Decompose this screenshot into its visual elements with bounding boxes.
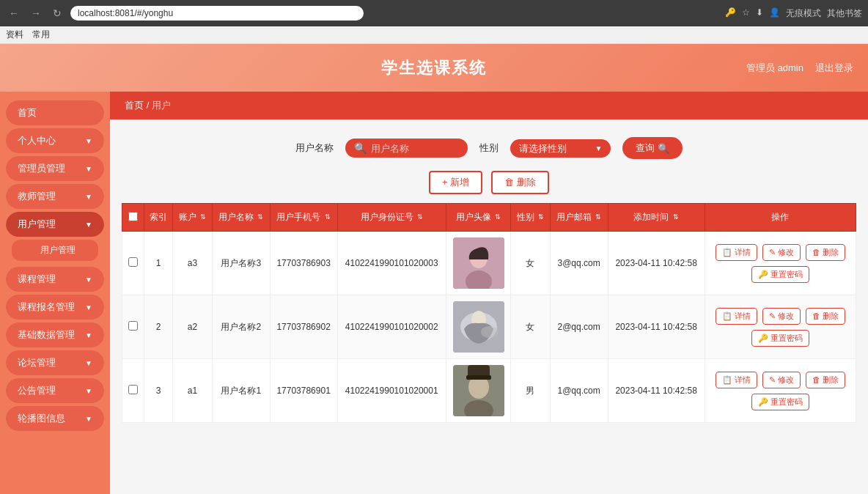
- header-right: 管理员 admin 退出登录: [746, 62, 853, 75]
- svg-point-6: [481, 326, 499, 338]
- row-email: 2@qq.com: [550, 295, 608, 359]
- row-checkbox-3[interactable]: [128, 385, 138, 394]
- delete-button-1[interactable]: 🗑 删除: [806, 244, 845, 261]
- dropdown-icon: ▼: [595, 144, 603, 152]
- refresh-icon[interactable]: ↻: [50, 6, 65, 21]
- sidebar-item-teacher-mgmt[interactable]: 教师管理 ▼: [6, 184, 104, 209]
- other-bookmarks-label[interactable]: 其他书签: [827, 7, 862, 20]
- edit-button-3[interactable]: ✎ 修改: [762, 372, 801, 388]
- header-phone: 用户手机号 ⇅: [270, 204, 337, 232]
- sidebar-item-user-mgmt[interactable]: 用户管理 ▼ 用户管理: [6, 212, 104, 264]
- address-bar[interactable]: localhost:8081/#/yonghu: [70, 6, 364, 21]
- row-checkbox-2[interactable]: [128, 321, 138, 331]
- detail-icon: 📋: [722, 375, 732, 384]
- row-checkbox: [122, 232, 144, 295]
- table-header-row: 索引 账户 ⇅ 用户名称 ⇅ 用户手机号 ⇅: [122, 204, 856, 232]
- detail-button-1[interactable]: 📋 详情: [716, 244, 757, 261]
- table-row: 3 a1 用户名称1 17703786901 41022419901010200…: [122, 359, 856, 423]
- sidebar-item-personal[interactable]: 个人中心 ▼: [6, 128, 104, 153]
- delete-button-2[interactable]: 🗑 删除: [806, 308, 845, 325]
- row-avatar: [446, 232, 510, 295]
- sidebar-item-carousel-mgmt[interactable]: 轮播图信息 ▼: [6, 406, 104, 431]
- row-avatar: [446, 359, 510, 423]
- forward-icon[interactable]: →: [28, 6, 44, 21]
- sort-icon[interactable]: ⇅: [325, 214, 331, 221]
- chevron-icon: ▼: [85, 359, 92, 367]
- sidebar-item-admin-mgmt[interactable]: 管理员管理 ▼: [6, 156, 104, 181]
- carousel-label: 轮播图信息: [18, 412, 65, 425]
- sort-icon[interactable]: ⇅: [595, 214, 601, 221]
- gender-select[interactable]: 请选择性别 男 女: [519, 143, 592, 154]
- sidebar-item-forum-mgmt[interactable]: 论坛管理 ▼: [6, 350, 104, 375]
- sidebar-item-notice-mgmt[interactable]: 公告管理 ▼: [6, 378, 104, 403]
- notice-label: 公告管理: [18, 384, 56, 397]
- add-button[interactable]: + 新增: [429, 171, 482, 194]
- sort-icon[interactable]: ⇅: [673, 214, 679, 221]
- incognito-label: 无痕模式: [786, 7, 821, 20]
- reset-pwd-button-3[interactable]: 🔑 重置密码: [751, 394, 809, 410]
- bookmark-icon[interactable]: ☆: [742, 7, 750, 20]
- detail-button-3[interactable]: 📋 详情: [716, 372, 757, 388]
- row-phone: 17703786903: [270, 232, 337, 295]
- row-ops: 📋 详情 ✎ 修改 🗑 删除: [705, 359, 856, 423]
- header-idcard: 用户身份证号 ⇅: [337, 204, 446, 232]
- delete-button-3[interactable]: 🗑 删除: [806, 372, 845, 388]
- row-username: 用户名称2: [212, 295, 270, 359]
- sidebar-item-course-reg-mgmt[interactable]: 课程报名管理 ▼: [6, 295, 104, 320]
- sidebar-item-course-mgmt[interactable]: 课程管理 ▼: [6, 267, 104, 292]
- row-idcard: 4102241990101020002: [337, 295, 446, 359]
- reset-pwd-button-1[interactable]: 🔑 重置密码: [751, 266, 809, 283]
- profile-icon[interactable]: 👤: [769, 7, 780, 20]
- security-icon: 🔑: [725, 7, 736, 20]
- table-row: 1 a3 用户名称3 17703786903 41022419901010200…: [122, 232, 856, 295]
- batch-delete-button[interactable]: 🗑 删除: [491, 171, 549, 194]
- course-reg-label: 课程报名管理: [18, 301, 75, 314]
- user-mgmt-label: 用户管理: [18, 218, 56, 231]
- sort-icon[interactable]: ⇅: [495, 214, 501, 221]
- user-table: 索引 账户 ⇅ 用户名称 ⇅ 用户手机号 ⇅: [122, 203, 856, 423]
- row-phone: 17703786901: [270, 359, 337, 423]
- sidebar-item-home[interactable]: 首页: [6, 100, 104, 125]
- gender-label: 性别: [479, 141, 499, 155]
- sidebar-item-basic-data[interactable]: 基础数据管理 ▼: [6, 322, 104, 347]
- teacher-mgmt-label: 教师管理: [18, 190, 56, 203]
- back-icon[interactable]: ←: [6, 6, 22, 21]
- sort-icon[interactable]: ⇅: [257, 214, 263, 221]
- sort-icon[interactable]: ⇅: [417, 214, 423, 221]
- sort-icon[interactable]: ⇅: [200, 214, 206, 221]
- breadcrumb-home[interactable]: 首页: [125, 100, 144, 111]
- username-label: 用户名称: [295, 141, 334, 155]
- bookmark-item-1[interactable]: 资料: [6, 29, 23, 41]
- edit-icon: ✎: [769, 248, 776, 257]
- row-email: 3@qq.com: [550, 232, 608, 295]
- detail-button-2[interactable]: 📋 详情: [716, 308, 757, 325]
- table-row: 2 a2 用户名称2 17703786902 41022419901010200…: [122, 295, 856, 359]
- query-button[interactable]: 查询 🔍: [622, 137, 683, 159]
- header-account: 账户 ⇅: [173, 204, 212, 232]
- row-account: a2: [173, 295, 212, 359]
- row-addtime: 2023-04-11 10:42:58: [608, 232, 705, 295]
- row-index: 1: [144, 232, 173, 295]
- header-addtime: 添加时间 ⇅: [608, 204, 705, 232]
- username-input[interactable]: [371, 143, 459, 154]
- row-idcard: 4102241990101020003: [337, 232, 446, 295]
- bookmark-item-2[interactable]: 常用: [32, 29, 50, 41]
- sort-icon[interactable]: ⇅: [538, 214, 544, 221]
- row-checkbox-1[interactable]: [128, 257, 138, 267]
- row-checkbox: [122, 359, 144, 423]
- header-index: 索引: [144, 204, 173, 232]
- search-area: 用户名称 🔍 性别 请选择性别 男 女 ▼ 查询 🔍: [110, 131, 868, 171]
- admin-label: 管理员 admin: [746, 62, 803, 75]
- download-icon[interactable]: ⬇: [756, 7, 763, 20]
- select-all-checkbox[interactable]: [128, 212, 138, 221]
- logout-button[interactable]: 退出登录: [815, 62, 853, 75]
- row-idcard: 4102241990101020001: [337, 359, 446, 423]
- delete-icon: 🗑: [504, 177, 514, 188]
- reset-pwd-button-2[interactable]: 🔑 重置密码: [751, 330, 809, 347]
- sidebar-sub-item-user[interactable]: 用户管理: [12, 240, 98, 261]
- edit-button-1[interactable]: ✎ 修改: [762, 244, 801, 261]
- sidebar: 首页 个人中心 ▼ 管理员管理 ▼ 教师管理 ▼ 用户管理 ▼: [0, 92, 110, 494]
- edit-icon: ✎: [769, 375, 776, 384]
- edit-button-2[interactable]: ✎ 修改: [762, 308, 801, 325]
- svg-rect-11: [466, 375, 491, 380]
